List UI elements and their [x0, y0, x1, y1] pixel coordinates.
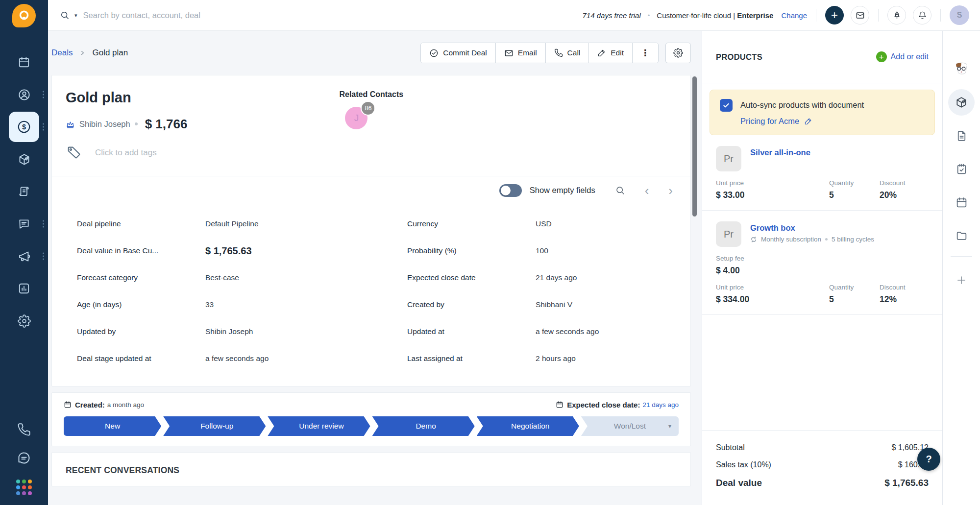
widget-tasks-button[interactable]: [943, 152, 980, 186]
phone-icon[interactable]: [17, 423, 31, 436]
right-widget-rail: [942, 31, 980, 505]
related-contact-avatar[interactable]: J 86: [345, 107, 368, 129]
quick-add-button[interactable]: +: [825, 6, 844, 24]
page-settings-button[interactable]: [665, 43, 691, 63]
field-value[interactable]: 100: [536, 246, 548, 255]
field-value[interactable]: a few seconds ago: [536, 327, 599, 336]
discount-value: 12%: [880, 294, 929, 305]
autosync-checkbox[interactable]: [720, 99, 733, 112]
widget-products-button[interactable]: [943, 86, 980, 119]
field-row: Forecast category Best-case: [77, 265, 407, 291]
deal-summary-card: Gold plan Shibin Joseph $ 1,766 Related: [51, 75, 691, 386]
field-value[interactable]: $ 1,765.63: [205, 245, 252, 257]
discount-value: 20%: [880, 190, 929, 200]
product-name-link[interactable]: Growth box: [750, 221, 874, 233]
sidebar-item-contacts[interactable]: [0, 78, 48, 111]
product-row: Pr Silver all-in-one Unit price $ 33.00 …: [702, 135, 942, 211]
stage-demo[interactable]: Demo: [372, 416, 475, 436]
whats-new-rocket-button[interactable]: [887, 6, 906, 24]
gear-icon: [673, 48, 683, 58]
field-row: Last assigned at 2 hours ago: [407, 345, 677, 372]
widget-notes-button[interactable]: [943, 119, 980, 152]
add-widget-button[interactable]: [943, 264, 980, 297]
plan-label: Customer-for-life cloud | Enterprise: [657, 11, 773, 20]
field-value[interactable]: a few seconds ago: [205, 354, 269, 363]
gear-icon: [18, 314, 31, 328]
sidebar-item-analytics[interactable]: [0, 272, 48, 305]
subscription-info: Monthly subscription 5 billing cycles: [750, 236, 874, 243]
pricing-document-link[interactable]: Pricing for Acme: [740, 117, 925, 126]
freddy-ai-button[interactable]: [943, 52, 980, 86]
apps-switcher-icon[interactable]: [16, 480, 32, 495]
sidebar-item-settings[interactable]: [0, 305, 48, 337]
notifications-bell-button[interactable]: [913, 6, 931, 24]
add-or-edit-button[interactable]: + Add or edit: [876, 51, 929, 62]
edit-button[interactable]: Edit: [589, 43, 633, 63]
page-header-row: Deals Gold plan Commit Deal Emai: [48, 31, 702, 75]
prev-record-chevron[interactable]: ‹: [645, 184, 649, 197]
chat-icon: [18, 217, 30, 230]
unit-price-value: $ 33.00: [716, 190, 829, 200]
stage-negotiation[interactable]: Negotiation: [477, 416, 579, 436]
sidebar-item-marketing[interactable]: [0, 240, 48, 272]
search-input[interactable]: [82, 10, 278, 21]
sidebar-item-cpq-documents[interactable]: [0, 175, 48, 208]
freshchat-icon[interactable]: [17, 451, 31, 465]
sales-tax-row: Sales tax (10%) $ 160.51: [716, 460, 929, 469]
add-tags-row[interactable]: Click to add tags: [52, 132, 690, 176]
deal-value-row: Deal value $ 1,765.63: [716, 478, 929, 488]
sidebar-item-deals[interactable]: $: [0, 111, 48, 143]
contacts-more-menu[interactable]: [43, 91, 44, 98]
field-label: Probability (%): [407, 246, 536, 255]
field-value[interactable]: Default Pipeline: [205, 219, 259, 228]
field-row: Probability (%) 100: [407, 238, 677, 265]
email-inbox-button[interactable]: [851, 6, 869, 24]
commit-deal-button[interactable]: Commit Deal: [421, 43, 496, 63]
field-value[interactable]: Shibin Joseph: [205, 327, 253, 336]
deals-more-menu[interactable]: [43, 123, 44, 131]
divider: [816, 9, 816, 22]
call-button[interactable]: Call: [546, 43, 589, 63]
product-name-link[interactable]: Silver all-in-one: [750, 146, 810, 171]
deal-title-block: Gold plan Shibin Joseph $ 1,766: [66, 90, 187, 132]
stage-under-review[interactable]: Under review: [268, 416, 370, 436]
field-value[interactable]: Best-case: [205, 273, 239, 282]
marketing-more-menu[interactable]: [43, 253, 44, 260]
breadcrumb-deals-link[interactable]: Deals: [51, 48, 73, 58]
megaphone-icon: [18, 250, 31, 263]
user-avatar[interactable]: S: [950, 5, 969, 25]
show-empty-fields-toggle[interactable]: [499, 184, 522, 197]
field-value[interactable]: 33: [205, 300, 214, 309]
field-search-icon[interactable]: [615, 185, 625, 195]
widget-files-button[interactable]: [943, 219, 980, 252]
field-row: Updated at a few seconds ago: [407, 318, 677, 345]
related-contacts-count-badge: 86: [361, 101, 375, 116]
help-button[interactable]: ?: [917, 448, 940, 471]
search-scope-caret-icon[interactable]: ▾: [74, 12, 77, 19]
field-value[interactable]: Shibhani V: [536, 300, 572, 309]
next-record-chevron[interactable]: ›: [668, 184, 673, 197]
sidebar-item-products[interactable]: [0, 143, 48, 175]
deal-name: Gold plan: [66, 90, 187, 106]
widget-appointments-button[interactable]: [943, 186, 980, 219]
email-button[interactable]: Email: [496, 43, 546, 63]
main-scrollbar-thumb[interactable]: [692, 76, 697, 216]
sidebar-item-calendar[interactable]: [0, 46, 48, 78]
field-value[interactable]: 21 days ago: [536, 273, 577, 282]
trial-countdown: 714 days free trial: [583, 11, 641, 20]
field-value[interactable]: 2 hours ago: [536, 354, 576, 363]
expected-close-value[interactable]: 21 days ago: [642, 401, 679, 409]
search-icon[interactable]: [60, 10, 70, 20]
breadcrumb: Deals Gold plan: [51, 48, 128, 58]
stage-follow-up[interactable]: Follow-up: [163, 416, 266, 436]
stage-new[interactable]: New: [64, 416, 161, 436]
sidebar-item-conversations[interactable]: [0, 208, 48, 240]
field-value[interactable]: USD: [536, 219, 552, 228]
stage-won-lost[interactable]: Won/Lost ▾: [581, 416, 679, 436]
more-actions-button[interactable]: ⋮: [633, 43, 658, 63]
conversations-more-menu[interactable]: [43, 220, 44, 228]
change-plan-link[interactable]: Change: [781, 11, 807, 20]
close-date-calendar-icon: [556, 401, 564, 409]
freshworks-logo[interactable]: [12, 4, 36, 27]
topbar: ▾ 714 days free trial • Customer-for-lif…: [48, 0, 980, 31]
